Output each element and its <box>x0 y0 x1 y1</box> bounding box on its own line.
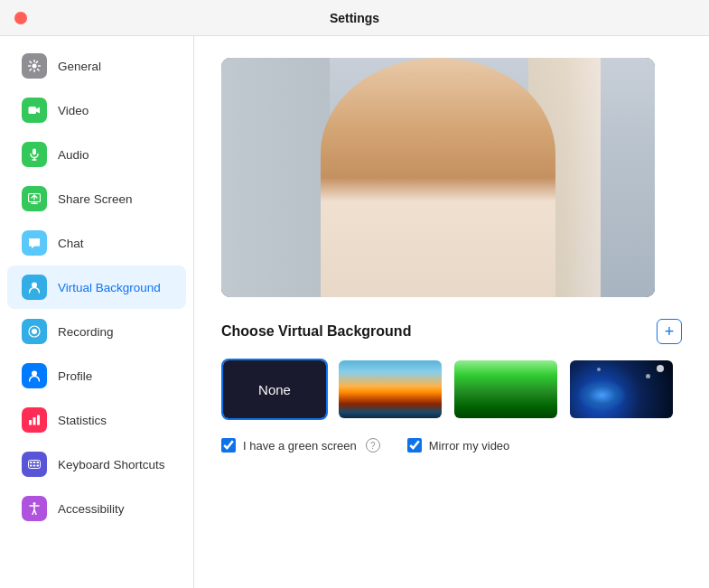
background-options: None <box>221 359 682 420</box>
chat-icon <box>22 230 47 256</box>
sidebar-item-label-accessibility: Accessibility <box>58 502 125 516</box>
camera-feed <box>221 58 655 297</box>
share-screen-icon <box>22 186 47 211</box>
background-option-none[interactable]: None <box>221 359 328 420</box>
choose-background-section: Choose Virtual Background + None <box>221 319 682 420</box>
keyboard-shortcuts-icon <box>22 452 47 477</box>
recording-icon <box>22 319 47 344</box>
video-icon <box>22 98 47 123</box>
svg-rect-12 <box>29 420 32 425</box>
sidebar-item-label-video: Video <box>58 104 89 117</box>
video-preview <box>221 58 655 297</box>
sidebar-item-label-statistics: Statistics <box>58 414 107 427</box>
sidebar-item-label-virtual-background: Virtual Background <box>58 281 161 294</box>
svg-point-22 <box>33 502 36 505</box>
window-title: Settings <box>330 11 379 25</box>
sidebar-item-share-screen[interactable]: Share Screen <box>7 177 186 220</box>
svg-rect-13 <box>33 417 36 425</box>
main-layout: General Video Audio Share Screen Chat Vi… <box>0 36 709 588</box>
green-screen-checkbox[interactable] <box>221 438 236 453</box>
statistics-icon <box>22 407 47 433</box>
sidebar-item-label-audio: Audio <box>58 148 89 162</box>
sidebar-item-label-general: General <box>58 60 101 73</box>
choose-title: Choose Virtual Background <box>221 323 411 340</box>
sidebar: General Video Audio Share Screen Chat Vi… <box>0 36 194 588</box>
svg-rect-20 <box>33 465 36 467</box>
svg-rect-17 <box>33 462 36 463</box>
mirror-video-checkbox[interactable] <box>407 438 422 453</box>
sidebar-item-label-chat: Chat <box>58 237 84 250</box>
svg-rect-16 <box>30 462 33 463</box>
profile-icon <box>22 363 47 388</box>
sidebar-item-profile[interactable]: Profile <box>7 354 186 397</box>
green-screen-option: I have a green screen ? <box>221 438 380 453</box>
svg-point-10 <box>32 329 37 334</box>
title-bar: Settings <box>0 0 709 36</box>
sidebar-item-accessibility[interactable]: Accessibility <box>7 487 186 530</box>
svg-rect-19 <box>30 465 33 467</box>
mirror-video-option: Mirror my video <box>407 438 510 453</box>
choose-header: Choose Virtual Background + <box>221 319 682 344</box>
svg-point-11 <box>32 371 37 377</box>
sidebar-item-label-keyboard-shortcuts: Keyboard Shortcuts <box>58 458 165 471</box>
sidebar-item-label-recording: Recording <box>58 325 114 339</box>
background-option-bridge[interactable] <box>337 359 443 420</box>
accessibility-icon <box>22 496 47 521</box>
sidebar-item-virtual-background[interactable]: Virtual Background <box>7 266 186 309</box>
sidebar-item-general[interactable]: General <box>7 44 186 88</box>
sidebar-item-label-profile: Profile <box>58 369 92 383</box>
general-icon <box>22 53 47 79</box>
sidebar-item-keyboard-shortcuts[interactable]: Keyboard Shortcuts <box>7 443 186 486</box>
svg-rect-2 <box>33 149 36 155</box>
background-option-earth[interactable] <box>568 359 675 420</box>
svg-rect-21 <box>37 465 40 467</box>
sidebar-item-statistics[interactable]: Statistics <box>7 398 186 442</box>
svg-rect-1 <box>29 107 37 114</box>
sidebar-item-audio[interactable]: Audio <box>7 133 186 176</box>
add-background-button[interactable]: + <box>657 319 682 344</box>
checkboxes-section: I have a green screen ? Mirror my video <box>221 438 682 453</box>
svg-point-8 <box>32 283 37 288</box>
sidebar-item-label-share-screen: Share Screen <box>58 192 133 206</box>
svg-rect-15 <box>29 461 41 469</box>
sidebar-item-chat[interactable]: Chat <box>7 221 186 265</box>
green-screen-help-icon[interactable]: ? <box>366 438 380 453</box>
green-screen-label: I have a green screen <box>243 439 357 453</box>
svg-point-0 <box>33 64 37 69</box>
sidebar-item-video[interactable]: Video <box>7 89 186 132</box>
audio-icon <box>22 142 47 167</box>
virtual-background-icon <box>22 275 47 300</box>
close-button[interactable] <box>14 12 27 24</box>
sidebar-item-recording[interactable]: Recording <box>7 310 186 353</box>
mirror-video-label: Mirror my video <box>429 439 510 453</box>
svg-rect-18 <box>37 462 40 463</box>
svg-rect-14 <box>37 415 40 425</box>
content-area: Choose Virtual Background + None I have … <box>194 36 709 588</box>
background-option-grass[interactable] <box>452 359 559 420</box>
